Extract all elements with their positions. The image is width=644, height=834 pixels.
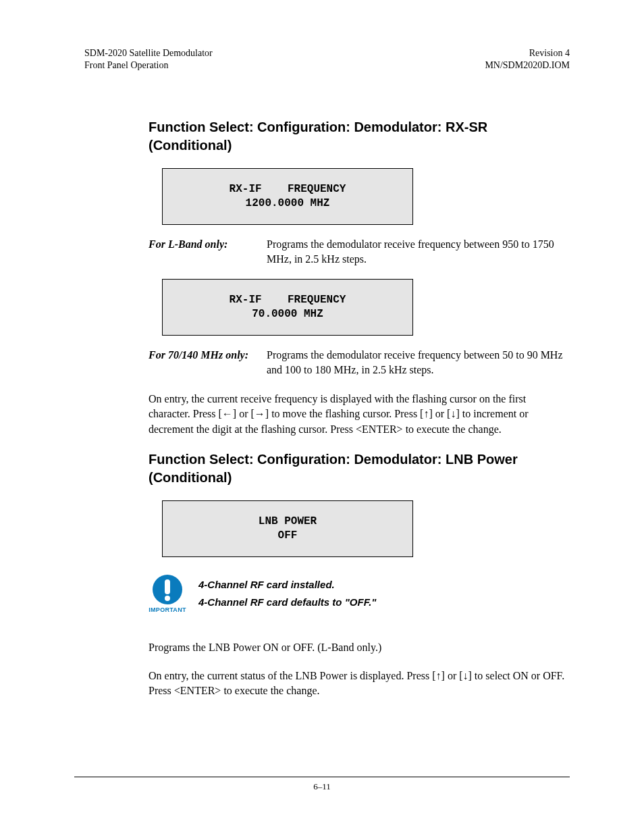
important-text: 4-Channel RF card installed. 4-Channel R… [198, 576, 376, 610]
definition-lband: For L-Band only: Programs the demodulato… [149, 237, 570, 267]
header-left: SDM-2020 Satellite Demodulator Front Pan… [84, 47, 213, 71]
lcd-line2: OFF [278, 529, 298, 542]
lcd-display-rxif-lband: RX-IF FREQUENCY 1200.0000 MHZ [162, 168, 413, 225]
paragraph-lnb-entry: On entry, the current status of the LNB … [149, 669, 570, 699]
section-heading-rxsr: Function Select: Configuration: Demodula… [149, 118, 570, 155]
lcd-display-lnb: LNB POWER OFF [162, 500, 413, 557]
important-icon: IMPORTANT [149, 574, 186, 613]
definition-term: For L-Band only: [149, 237, 267, 267]
definition-70-140: For 70/140 MHz only: Programs the demodu… [149, 348, 570, 378]
header-left-line1: SDM-2020 Satellite Demodulator [84, 47, 213, 59]
content: Function Select: Configuration: Demodula… [149, 118, 570, 699]
lcd-line1: RX-IF FREQUENCY [230, 294, 346, 306]
header-left-line2: Front Panel Operation [84, 59, 213, 72]
important-line1: 4-Channel RF card installed. [198, 576, 376, 594]
running-header: SDM-2020 Satellite Demodulator Front Pan… [84, 47, 570, 71]
page: SDM-2020 Satellite Demodulator Front Pan… [0, 0, 644, 834]
svg-point-2 [165, 596, 170, 601]
lcd-line1: RX-IF FREQUENCY [230, 183, 346, 195]
header-right-line2: MN/SDM2020D.IOM [485, 59, 570, 72]
important-callout: IMPORTANT 4-Channel RF card installed. 4… [149, 574, 570, 613]
paragraph-entry-instructions: On entry, the current receive frequency … [149, 392, 570, 437]
svg-rect-1 [165, 579, 170, 594]
section-heading-lnb: Function Select: Configuration: Demodula… [149, 450, 570, 487]
definition-body: Programs the demodulator receive frequen… [267, 348, 570, 378]
page-number: 6–11 [313, 781, 331, 791]
lcd-display-rxif-70mhz: RX-IF FREQUENCY 70.0000 MHZ [162, 279, 413, 336]
footer-rule [74, 777, 570, 777]
header-right: Revision 4 MN/SDM2020D.IOM [485, 47, 570, 71]
definition-term: For 70/140 MHz only: [149, 348, 267, 378]
important-line2: 4-Channel RF card defaults to "OFF." [198, 594, 376, 611]
page-footer: 6–11 [74, 777, 570, 792]
paragraph-lnb-programs: Programs the LNB Power ON or OFF. (L-Ban… [149, 640, 570, 655]
lcd-line2: 1200.0000 MHZ [246, 197, 330, 209]
lcd-line1: LNB POWER [259, 515, 317, 527]
definition-body: Programs the demodulator receive frequen… [267, 237, 570, 267]
lcd-line2: 70.0000 MHZ [252, 308, 323, 320]
header-right-line1: Revision 4 [485, 47, 570, 59]
important-label: IMPORTANT [149, 606, 186, 613]
